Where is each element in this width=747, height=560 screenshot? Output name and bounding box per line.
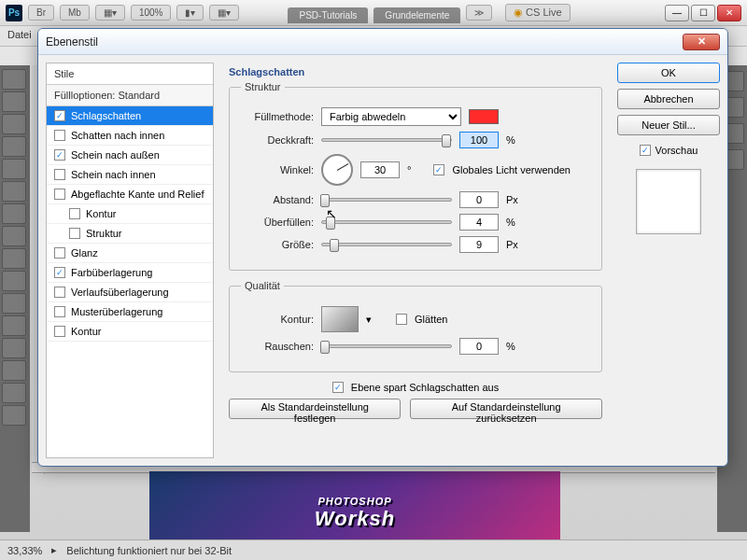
style-item-2[interactable]: Schein nach außen — [47, 146, 213, 165]
cancel-button[interactable]: Abbrechen — [617, 89, 720, 109]
antialias-label: Glätten — [415, 314, 447, 325]
contour-picker[interactable] — [321, 306, 359, 332]
arrange-button[interactable]: ▮▾ — [176, 5, 204, 21]
brush-tool[interactable] — [2, 226, 26, 246]
crop-tool[interactable] — [2, 159, 26, 179]
make-default-button[interactable]: Als Standardeinstellung festlegen — [229, 399, 401, 419]
style-checkbox[interactable] — [54, 247, 65, 259]
style-label: Schlagschatten — [71, 110, 141, 121]
style-item-5[interactable]: Kontur — [47, 204, 213, 224]
type-tool[interactable] — [2, 405, 26, 426]
preview-checkbox[interactable] — [640, 145, 651, 156]
style-checkbox[interactable] — [54, 267, 65, 278]
wand-tool[interactable] — [2, 136, 26, 157]
style-label: Schein nach innen — [71, 169, 156, 180]
new-style-button[interactable]: Neuer Stil... — [617, 115, 720, 135]
dialog-titlebar[interactable]: Ebenenstil ✕ — [38, 29, 727, 55]
more-tabs[interactable]: ≫ — [466, 5, 492, 21]
noise-label: Rauschen: — [241, 341, 314, 352]
style-item-4[interactable]: Abgeflachte Kante und Relief — [47, 185, 213, 204]
dodge-tool[interactable] — [2, 360, 26, 381]
spread-unit: % — [506, 217, 515, 228]
angle-label: Winkel: — [241, 164, 314, 175]
style-item-8[interactable]: Farbüberlagerung — [47, 263, 213, 283]
status-zoom[interactable]: 33,33% — [7, 545, 42, 556]
style-label: Glanz — [71, 247, 98, 259]
pen-tool[interactable] — [2, 383, 26, 403]
stamp-tool[interactable] — [2, 248, 26, 269]
ok-button[interactable]: OK — [617, 63, 720, 83]
style-item-11[interactable]: Kontur — [47, 322, 213, 342]
size-input[interactable] — [459, 236, 499, 253]
canvas-text-1: PHOTOSHOP — [317, 496, 391, 507]
style-checkbox[interactable] — [54, 189, 65, 200]
cslive-button[interactable]: ◉ CS Live — [505, 4, 570, 21]
style-item-10[interactable]: Musterüberlagerung — [47, 302, 213, 322]
gradient-tool[interactable] — [2, 315, 26, 336]
spread-input[interactable] — [459, 214, 499, 231]
style-item-3[interactable]: Schein nach innen — [47, 165, 213, 185]
shadow-color-swatch[interactable] — [469, 109, 499, 124]
style-checkbox[interactable] — [54, 287, 65, 298]
style-label: Verlaufsüberlagerung — [71, 287, 169, 298]
doc-tab-1[interactable]: PSD-Tutorials — [288, 7, 368, 23]
heal-tool[interactable] — [2, 203, 26, 224]
distance-label: Abstand: — [241, 194, 314, 205]
style-item-7[interactable]: Glanz — [47, 244, 213, 263]
screenmode-button[interactable]: ▦▾ — [95, 5, 125, 21]
distance-input[interactable] — [459, 191, 499, 208]
blending-options-item[interactable]: Füllloptionen: Standard — [47, 85, 213, 106]
minibridge-button[interactable]: Mb — [60, 5, 90, 21]
contour-label: Kontur: — [241, 314, 314, 325]
style-label: Schein nach außen — [71, 149, 160, 161]
move-tool[interactable] — [2, 69, 26, 90]
opacity-input[interactable] — [459, 132, 499, 148]
style-checkbox[interactable] — [54, 169, 65, 180]
status-bar: 33,33% ▸ Belichtung funktioniert nur bei… — [0, 539, 747, 560]
style-checkbox[interactable] — [69, 228, 80, 239]
eraser-tool[interactable] — [2, 293, 26, 314]
antialias-checkbox[interactable] — [396, 314, 407, 325]
style-item-9[interactable]: Verlaufsüberlagerung — [47, 283, 213, 302]
blendmode-select[interactable]: Farbig abwedeln — [321, 107, 461, 126]
maximize-button[interactable]: ☐ — [691, 5, 715, 21]
style-item-1[interactable]: Schatten nach innen — [47, 126, 213, 146]
marquee-tool[interactable] — [2, 91, 26, 112]
angle-dial[interactable] — [321, 154, 353, 186]
style-label: Kontur — [71, 326, 101, 337]
dialog-close-button[interactable]: ✕ — [683, 34, 720, 50]
doc-tab-2[interactable]: Grundelemente — [374, 7, 460, 23]
noise-input[interactable] — [459, 338, 499, 355]
size-unit: Px — [506, 239, 518, 250]
knockout-checkbox[interactable] — [332, 382, 344, 393]
global-light-checkbox[interactable] — [433, 164, 444, 175]
style-checkbox[interactable] — [54, 130, 65, 141]
reset-default-button[interactable]: Auf Standardeinstellung zurücksetzen — [410, 399, 602, 419]
style-item-6[interactable]: Struktur — [47, 224, 213, 244]
style-checkbox[interactable] — [54, 326, 65, 337]
distance-slider[interactable] — [321, 198, 452, 202]
size-slider[interactable] — [321, 243, 452, 246]
opacity-slider[interactable] — [321, 138, 452, 142]
style-checkbox[interactable] — [54, 149, 65, 161]
angle-input[interactable] — [360, 161, 400, 178]
styles-header[interactable]: Stile — [47, 63, 213, 85]
settings-panel: Schlagschatten Struktur Füllmethode: Far… — [221, 63, 610, 458]
canvas-text-2: Worksh — [315, 507, 395, 531]
zoom-level[interactable]: 100% — [131, 5, 172, 21]
minimize-button[interactable]: — — [665, 5, 689, 21]
style-checkbox[interactable] — [54, 306, 65, 317]
blur-tool[interactable] — [2, 338, 26, 358]
history-brush-tool[interactable] — [2, 271, 26, 291]
close-button[interactable]: ✕ — [717, 5, 741, 21]
spread-slider[interactable] — [321, 220, 452, 224]
eyedropper-tool[interactable] — [2, 181, 26, 202]
style-checkbox[interactable] — [69, 208, 80, 219]
view-button[interactable]: ▦▾ — [209, 5, 239, 21]
bridge-button[interactable]: Br — [28, 5, 54, 21]
lasso-tool[interactable] — [2, 114, 26, 134]
style-item-0[interactable]: Schlagschatten — [47, 106, 213, 126]
status-message: Belichtung funktioniert nur bei 32-Bit — [66, 545, 232, 556]
style-checkbox[interactable] — [54, 110, 65, 121]
noise-slider[interactable] — [321, 344, 452, 348]
